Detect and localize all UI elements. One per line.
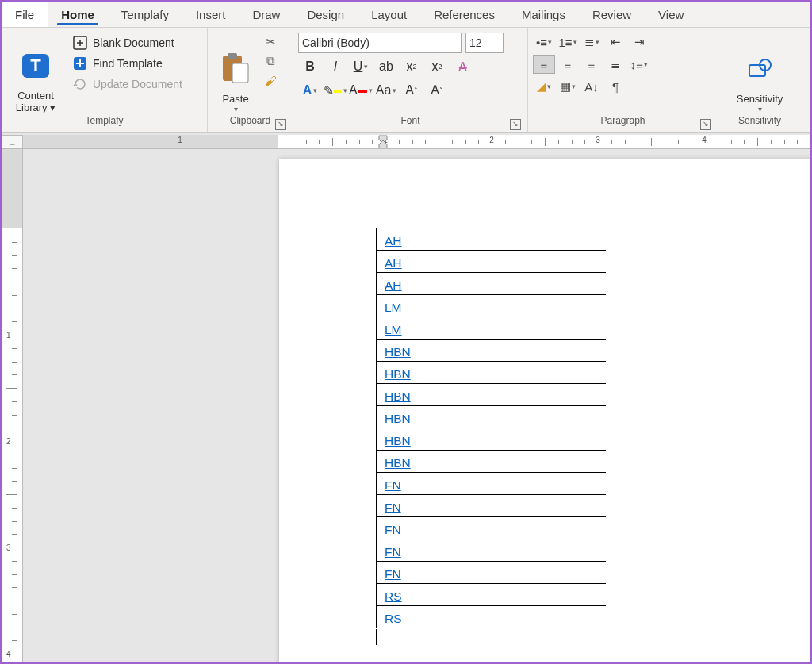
document-page[interactable]: AHAHAHLMLMHBNHBNHBNHBNHBNHBNFNFNFNFNFNRS… bbox=[279, 159, 812, 664]
table-row[interactable]: FN bbox=[377, 495, 606, 517]
cell-link[interactable]: LM bbox=[385, 301, 402, 315]
cell-link[interactable]: FN bbox=[385, 501, 401, 515]
tab-home[interactable]: Home bbox=[48, 2, 108, 27]
cell-link[interactable]: AH bbox=[385, 256, 402, 271]
paste-button[interactable]: Paste ▾ bbox=[213, 31, 259, 115]
justify-button[interactable]: ≣ bbox=[604, 55, 626, 74]
table-row[interactable]: RS bbox=[377, 606, 606, 628]
table-row[interactable]: HBN bbox=[377, 428, 606, 451]
tab-review[interactable]: Review bbox=[579, 2, 645, 27]
font-color-button[interactable]: A▾ bbox=[349, 80, 373, 101]
cell-link[interactable]: LM bbox=[385, 323, 402, 337]
table-row[interactable]: AH bbox=[377, 228, 606, 251]
content-library-icon: T bbox=[21, 51, 51, 86]
table-row[interactable]: AH bbox=[377, 251, 606, 273]
increase-indent-button[interactable]: ⇥ bbox=[628, 33, 650, 52]
line-spacing-button[interactable]: ↕≡▾ bbox=[628, 55, 650, 74]
show-marks-button[interactable]: ¶ bbox=[604, 77, 626, 96]
table-row[interactable]: RS bbox=[377, 584, 606, 606]
cell-link[interactable]: HBN bbox=[385, 456, 411, 470]
table-row[interactable]: FN bbox=[377, 473, 606, 495]
cell-link[interactable]: AH bbox=[385, 278, 402, 293]
blank-document-button[interactable]: Blank Document bbox=[70, 33, 185, 53]
table-row[interactable]: LM bbox=[377, 317, 606, 340]
cell-link[interactable]: FN bbox=[385, 523, 401, 537]
copy-button[interactable]: ⧉ bbox=[261, 52, 280, 71]
cell-link[interactable]: HBN bbox=[385, 434, 411, 448]
group-font: B I U▾ ab x2 x2 A̶ A▾ ✎▾ A▾ Aa▾ A˄ A˅ bbox=[293, 28, 528, 132]
paragraph-dialog-launcher[interactable]: ↘ bbox=[700, 119, 711, 130]
sensitivity-button[interactable]: Sensitivity ▾ bbox=[724, 31, 795, 115]
cell-link[interactable]: HBN bbox=[385, 367, 411, 382]
cell-link[interactable]: HBN bbox=[385, 390, 411, 404]
shrink-font-button[interactable]: A˅ bbox=[425, 80, 449, 101]
font-dialog-launcher[interactable]: ↘ bbox=[510, 119, 521, 130]
horizontal-ruler[interactable]: 11234 bbox=[23, 135, 810, 149]
table-row[interactable]: FN bbox=[377, 539, 606, 562]
table-row[interactable]: HBN bbox=[377, 384, 606, 406]
tab-templafy[interactable]: Templafy bbox=[108, 2, 182, 27]
cell-link[interactable]: FN bbox=[385, 545, 401, 559]
table-row[interactable]: HBN bbox=[377, 340, 606, 362]
tab-references[interactable]: References bbox=[420, 2, 508, 27]
content-library-button[interactable]: T ContentLibrary ▾ bbox=[6, 31, 65, 115]
bold-button[interactable]: B bbox=[298, 56, 322, 77]
strikethrough-button[interactable]: ab bbox=[374, 56, 398, 77]
align-left-button[interactable]: ≡ bbox=[533, 55, 555, 74]
font-name-select[interactable] bbox=[298, 33, 462, 53]
tab-draw[interactable]: Draw bbox=[239, 2, 293, 27]
align-right-icon: ≡ bbox=[588, 58, 596, 71]
ruler-corner[interactable]: ∟ bbox=[2, 135, 23, 149]
cell-link[interactable]: HBN bbox=[385, 412, 411, 426]
vertical-ruler[interactable]: 1234 bbox=[2, 149, 23, 662]
cell-link[interactable]: FN bbox=[385, 567, 401, 581]
table-row[interactable]: AH bbox=[377, 273, 606, 295]
cell-link[interactable]: AH bbox=[385, 234, 402, 248]
table-row[interactable]: FN bbox=[377, 517, 606, 539]
shading-button[interactable]: ◢▾ bbox=[533, 77, 555, 96]
highlight-color-button[interactable]: ✎▾ bbox=[324, 80, 347, 101]
multilevel-list-button[interactable]: ≣▾ bbox=[580, 33, 603, 52]
align-center-icon: ≡ bbox=[565, 58, 572, 71]
indent-marker[interactable] bbox=[378, 135, 388, 149]
cell-link[interactable]: RS bbox=[385, 589, 402, 604]
clipboard-dialog-launcher[interactable]: ↘ bbox=[275, 119, 286, 130]
borders-button[interactable]: ▦▾ bbox=[557, 77, 579, 96]
subscript-button[interactable]: x2 bbox=[400, 56, 423, 77]
cell-link[interactable]: FN bbox=[385, 478, 401, 493]
text-effects-button[interactable]: A▾ bbox=[298, 80, 322, 101]
italic-button[interactable]: I bbox=[324, 56, 347, 77]
table-row[interactable]: LM bbox=[377, 295, 606, 317]
cell-link[interactable]: HBN bbox=[385, 345, 411, 359]
eraser-icon: A̶ bbox=[458, 59, 467, 75]
table-row[interactable]: HBN bbox=[377, 451, 606, 473]
tab-file[interactable]: File bbox=[2, 2, 48, 27]
tab-layout[interactable]: Layout bbox=[358, 2, 420, 27]
paste-label: Paste bbox=[222, 93, 248, 105]
superscript-button[interactable]: x2 bbox=[425, 56, 449, 77]
clear-formatting-button[interactable]: A̶ bbox=[450, 56, 474, 77]
cut-button[interactable]: ✂ bbox=[261, 33, 280, 52]
table-row[interactable]: FN bbox=[377, 562, 606, 584]
tab-view[interactable]: View bbox=[645, 2, 697, 27]
table-row[interactable]: HBN bbox=[377, 406, 606, 428]
font-size-select[interactable] bbox=[465, 33, 504, 53]
format-painter-button[interactable]: 🖌 bbox=[261, 71, 280, 90]
numbering-button[interactable]: 1≡▾ bbox=[557, 33, 579, 52]
cell-link[interactable]: RS bbox=[385, 612, 402, 626]
align-right-button[interactable]: ≡ bbox=[580, 55, 603, 74]
find-template-button[interactable]: Find Template bbox=[70, 53, 185, 74]
decrease-indent-button[interactable]: ⇤ bbox=[604, 33, 626, 52]
document-table[interactable]: AHAHAHLMLMHBNHBNHBNHBNHBNHBNFNFNFNFNFNRS… bbox=[376, 228, 606, 628]
tab-insert[interactable]: Insert bbox=[182, 2, 239, 27]
sort-button[interactable]: A↓ bbox=[580, 77, 603, 96]
align-center-button[interactable]: ≡ bbox=[557, 55, 579, 74]
tab-mailings[interactable]: Mailings bbox=[508, 2, 579, 27]
table-row[interactable]: HBN bbox=[377, 362, 606, 384]
tab-design[interactable]: Design bbox=[293, 2, 358, 27]
bullets-button[interactable]: •≡▾ bbox=[533, 33, 555, 52]
change-case-button[interactable]: Aa▾ bbox=[374, 80, 398, 101]
bullets-icon: •≡ bbox=[536, 36, 547, 49]
underline-button[interactable]: U▾ bbox=[349, 56, 373, 77]
grow-font-button[interactable]: A˄ bbox=[400, 80, 423, 101]
